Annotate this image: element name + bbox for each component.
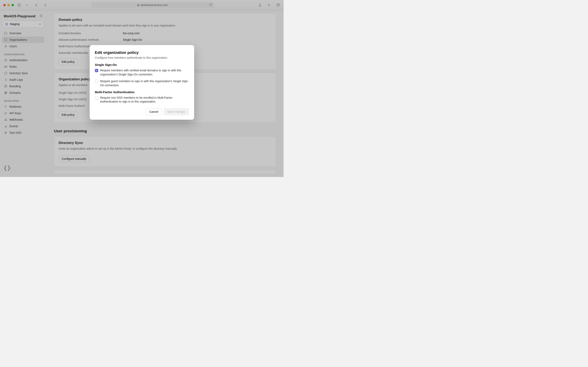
checkbox-icon	[95, 69, 98, 72]
sso-require-guest-checkbox[interactable]: Require guest members to sign in with th…	[95, 79, 189, 87]
modal-title: Edit organization policy	[95, 50, 189, 55]
checkbox-icon	[95, 80, 98, 83]
checkbox-label: Require members with verified email doma…	[100, 68, 189, 76]
edit-organization-policy-modal: Edit organization policy Configure how m…	[90, 45, 194, 120]
sso-section-title: Single Sign-On	[95, 63, 189, 67]
save-changes-button[interactable]: Save changes	[164, 108, 189, 115]
checkbox-label: Require non-SSO members to be enrolled i…	[100, 96, 189, 104]
mfa-require-checkbox[interactable]: Require non-SSO members to be enrolled i…	[95, 96, 189, 104]
modal-overlay[interactable]: Edit organization policy Configure how m…	[0, 0, 284, 177]
checkbox-label: Require guest members to sign in with th…	[100, 79, 189, 87]
cancel-button[interactable]: Cancel	[146, 108, 162, 115]
sso-require-verified-checkbox[interactable]: Require members with verified email doma…	[95, 68, 189, 76]
checkbox-icon	[95, 96, 98, 100]
mfa-section-title: Multi-Factor Authentication	[95, 90, 189, 94]
modal-subtitle: Configure how members authenticate to th…	[95, 56, 189, 59]
